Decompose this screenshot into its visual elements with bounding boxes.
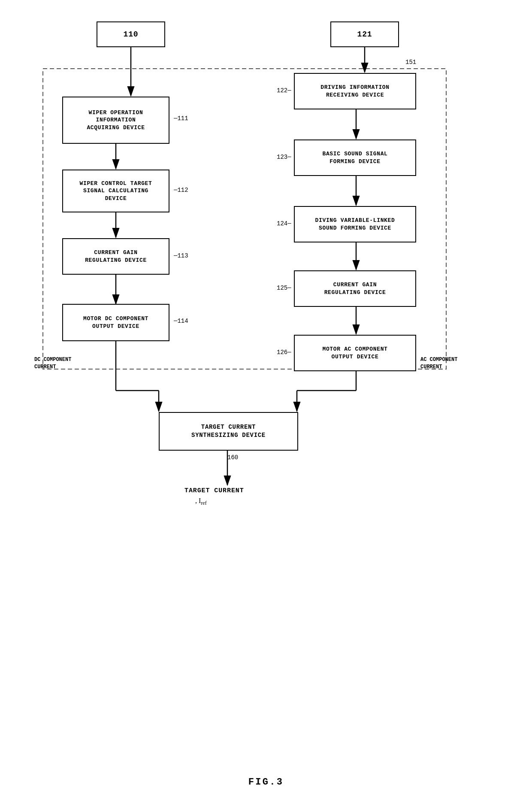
ref-124: 124─ — [277, 220, 291, 227]
dc-component-label: DC COMPONENTCURRENT — [34, 356, 71, 371]
box-111-label: WIPER OPERATIONINFORMATIONACQUIRING DEVI… — [87, 109, 145, 132]
ref-111: ─111 — [174, 115, 188, 122]
page: 110 121 151 WIPER OPERATIONINFORMATIONAC… — [0, 0, 532, 812]
ref-126: 126─ — [277, 349, 291, 356]
box-126: MOTOR AC COMPONENTOUTPUT DEVICE — [294, 335, 416, 371]
ref-160: 160 — [227, 454, 238, 461]
iref-label: , Iref — [195, 497, 207, 506]
box-111: WIPER OPERATIONINFORMATIONACQUIRING DEVI… — [62, 97, 169, 144]
box-112: WIPER CONTROL TARGETSIGNAL CALCULATINGDE… — [62, 170, 169, 212]
fig-label: FIG.3 — [248, 777, 284, 788]
box-124: DIVING VARIABLE-LINKEDSOUND FORMING DEVI… — [294, 206, 416, 242]
box-122-label: DRIVING INFORMATIONRECEIVING DEVICE — [320, 84, 390, 99]
box-113-label: CURRENT GAINREGULATING DEVICE — [85, 249, 147, 264]
box-125: CURRENT GAINREGULATING DEVICE — [294, 270, 416, 307]
box-126-label: MOTOR AC COMPONENTOUTPUT DEVICE — [322, 345, 387, 361]
ref-122: 122─ — [277, 87, 291, 94]
box-114-label: MOTOR DC COMPONENTOUTPUT DEVICE — [83, 315, 148, 330]
box-113: CURRENT GAINREGULATING DEVICE — [62, 238, 169, 275]
ref-112: ─112 — [174, 187, 188, 194]
ref-151: 151 — [405, 59, 416, 66]
ref-125: 125─ — [277, 285, 291, 291]
box-123: BASIC SOUND SIGNALFORMING DEVICE — [294, 139, 416, 176]
box-160: TARGET CURRENTSYNTHESIZING DEVICE — [159, 412, 298, 451]
box-110-label: 110 — [123, 29, 138, 39]
box-123-label: BASIC SOUND SIGNALFORMING DEVICE — [322, 150, 387, 165]
ref-113: ─113 — [174, 252, 188, 259]
ac-component-label: AC COMPONENTCURRENT — [420, 356, 457, 371]
ref-123: 123─ — [277, 154, 291, 161]
target-current-label: TARGET CURRENT — [184, 487, 244, 494]
box-110: 110 — [97, 21, 165, 47]
box-121: 121 — [330, 21, 399, 47]
box-124-label: DIVING VARIABLE-LINKEDSOUND FORMING DEVI… — [315, 217, 395, 232]
box-121-label: 121 — [357, 29, 372, 39]
box-160-label: TARGET CURRENTSYNTHESIZING DEVICE — [191, 423, 266, 439]
ref-114: ─114 — [174, 318, 188, 324]
diagram: 110 121 151 WIPER OPERATIONINFORMATIONAC… — [30, 17, 502, 768]
box-114: MOTOR DC COMPONENTOUTPUT DEVICE — [62, 304, 169, 341]
box-112-label: WIPER CONTROL TARGETSIGNAL CALCULATINGDE… — [79, 180, 152, 203]
box-125-label: CURRENT GAINREGULATING DEVICE — [324, 281, 386, 296]
box-122: DRIVING INFORMATIONRECEIVING DEVICE — [294, 73, 416, 109]
